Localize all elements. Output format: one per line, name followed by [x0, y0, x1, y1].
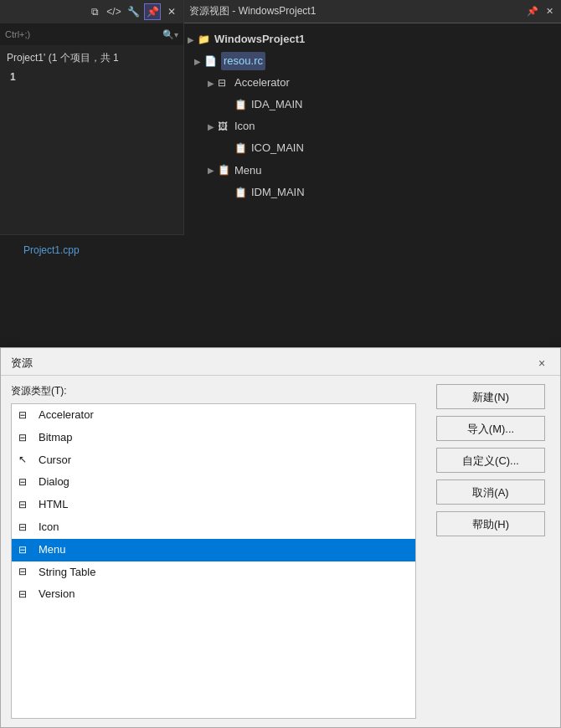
- tree-file-label: resou.rc: [221, 52, 265, 70]
- html-list-label: HTML: [39, 496, 68, 514]
- menu-node-label: Menu: [234, 161, 262, 180]
- string-table-list-icon: ⊟: [18, 564, 33, 580]
- custom-button[interactable]: 自定义(C)...: [436, 448, 545, 473]
- ico-icon: 📋: [234, 140, 250, 156]
- list-item-string-table[interactable]: ⊟ String Table: [12, 561, 415, 584]
- list-item-html[interactable]: ⊟ HTML: [12, 494, 415, 516]
- list-item-menu[interactable]: ⊟ Menu: [12, 539, 415, 561]
- panel-pin-icon[interactable]: 📌: [526, 5, 539, 18]
- dialog-list-icon: ⊟: [18, 474, 33, 490]
- tree-root[interactable]: ▶ 📁 WindowsProject1: [184, 28, 561, 50]
- accelerator-label: Accelerator: [234, 74, 290, 92]
- resource-view-panel: 资源视图 - WindowsProject1 📌 ✕ ▶ 📁 WindowsPr…: [184, 0, 561, 347]
- list-item-accelerator[interactable]: ⊟ Accelerator: [12, 404, 415, 427]
- tree-icon-node[interactable]: ▶ 🖼 Icon: [184, 115, 561, 137]
- rc-file-icon: 📄: [204, 53, 219, 69]
- list-item-bitmap[interactable]: ⊟ Bitmap: [12, 427, 415, 449]
- search-icon[interactable]: 🔍: [162, 29, 174, 40]
- dialog-body: 资源类型(T): ⊟ Accelerator ⊟ Bitmap ↖ Cursor…: [1, 376, 560, 727]
- list-item-version[interactable]: ⊟ Version: [12, 583, 415, 606]
- accelerator-icon: ⊟: [218, 74, 233, 91]
- icon-node-label: Icon: [234, 117, 255, 136]
- bitmap-list-label: Bitmap: [39, 429, 72, 447]
- html-list-icon: ⊟: [18, 497, 33, 513]
- dialog-titlebar: 资源 ×: [1, 348, 560, 376]
- file-entry[interactable]: Project1.cpp: [7, 240, 178, 261]
- resource-view-title: 资源视图 - WindowsProject1: [189, 4, 316, 18]
- panel-controls: 📌 ✕: [526, 5, 556, 18]
- dialog-close-button[interactable]: ×: [533, 355, 550, 372]
- copy-icon[interactable]: ⧉: [86, 3, 103, 20]
- tree-file[interactable]: ▶ 📄 resou.rc: [184, 50, 561, 72]
- menu-list-label: Menu: [39, 541, 66, 559]
- resource-tree: ▶ 📁 WindowsProject1 ▶ 📄 resou.rc ▶ ⊟ Acc…: [184, 23, 561, 347]
- solution-explorer-panel: ⧉ </> 🔧 📌 ✕ Ctrl+;) 🔍 ▾ Project1' (1 个项目…: [0, 0, 184, 347]
- solution-title: Project1' (1 个项目，共 1: [0, 49, 183, 68]
- ida-icon: 📋: [234, 96, 250, 113]
- list-item-cursor[interactable]: ↖ Cursor: [12, 449, 415, 472]
- cancel-button[interactable]: 取消(A): [436, 479, 545, 505]
- search-dropdown-icon[interactable]: ▾: [174, 30, 178, 39]
- pin-active-icon[interactable]: 📌: [144, 3, 161, 20]
- cursor-list-label: Cursor: [39, 452, 71, 469]
- version-list-label: Version: [39, 586, 75, 603]
- search-bar[interactable]: Ctrl+;) 🔍 ▾: [0, 23, 183, 45]
- solution-explorer-toolbar: ⧉ </> 🔧 📌 ✕: [0, 0, 183, 23]
- list-item-dialog[interactable]: ⊟ Dialog: [12, 471, 415, 494]
- resource-dialog: 资源 × 资源类型(T): ⊟ Accelerator ⊟ Bitmap ↖ C…: [0, 347, 561, 728]
- bitmap-list-icon: ⊟: [18, 430, 33, 446]
- resource-type-list: ⊟ Accelerator ⊟ Bitmap ↖ Cursor ⊟ Dialog…: [11, 403, 416, 719]
- dialog-button-section: 新建(N) 导入(M)... 自定义(C)... 取消(A) 帮助(H): [426, 384, 560, 719]
- close-icon[interactable]: ✕: [163, 3, 180, 20]
- tree-ida-main[interactable]: 📋 IDA_MAIN: [184, 94, 561, 115]
- ico-main-label: ICO_MAIN: [251, 139, 304, 157]
- section-label: 资源类型(T):: [11, 384, 416, 398]
- file-entry-area: Project1.cpp: [0, 234, 184, 347]
- settings-icon[interactable]: 🔧: [125, 3, 142, 20]
- idm-main-label: IDM_MAIN: [251, 183, 305, 202]
- new-button[interactable]: 新建(N): [436, 384, 545, 409]
- menu-list-icon: ⊟: [18, 542, 33, 558]
- accelerator-list-icon: ⊟: [18, 408, 33, 423]
- string-table-list-label: String Table: [39, 564, 95, 582]
- project-icon: 📁: [198, 31, 213, 48]
- tree-menu-node[interactable]: ▶ 📋 Menu: [184, 160, 561, 182]
- icon-folder-icon: 🖼: [218, 118, 233, 135]
- version-list-icon: ⊟: [18, 587, 33, 602]
- import-button[interactable]: 导入(M)...: [436, 416, 545, 441]
- menu-folder-icon: 📋: [218, 161, 233, 178]
- tree-accelerator[interactable]: ▶ ⊟ Accelerator: [184, 72, 561, 94]
- icon-list-label: Icon: [39, 519, 59, 536]
- accelerator-list-label: Accelerator: [39, 407, 94, 424]
- code-icon[interactable]: </>: [106, 3, 122, 20]
- icon-list-icon: ⊟: [18, 520, 33, 536]
- dialog-title: 资源: [11, 356, 33, 371]
- panel-close-icon[interactable]: ✕: [543, 5, 556, 18]
- idm-icon: 📋: [234, 184, 250, 201]
- tree-ico-main[interactable]: 📋 ICO_MAIN: [184, 137, 561, 159]
- ida-main-label: IDA_MAIN: [251, 95, 302, 114]
- cursor-list-icon: ↖: [18, 452, 33, 468]
- search-placeholder: Ctrl+;): [5, 29, 30, 39]
- tree-idm-main[interactable]: 📋 IDM_MAIN: [184, 182, 561, 203]
- list-item-icon[interactable]: ⊟ Icon: [12, 516, 415, 539]
- help-button[interactable]: 帮助(H): [436, 511, 545, 536]
- dialog-list-label: Dialog: [39, 474, 69, 491]
- dialog-left-section: 资源类型(T): ⊟ Accelerator ⊟ Bitmap ↖ Cursor…: [1, 384, 426, 719]
- project-name: 1: [0, 68, 183, 87]
- tree-root-label: WindowsProject1: [214, 30, 305, 49]
- resource-view-titlebar: 资源视图 - WindowsProject1 📌 ✕: [184, 0, 561, 23]
